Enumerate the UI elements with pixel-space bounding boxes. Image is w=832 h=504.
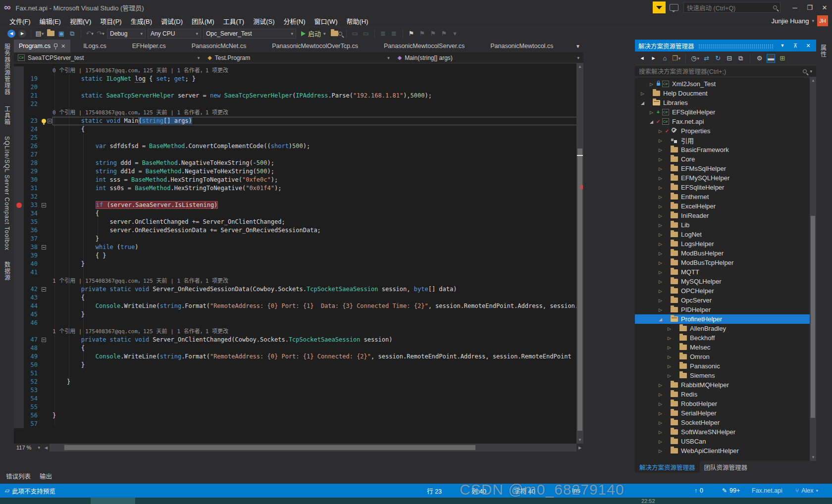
tree-item-USBCan[interactable]: ▷USBCan: [635, 437, 816, 446]
codelens-text[interactable]: 0 个引用 | 175408367@qq.com，125 天前 | 1 名作者，…: [52, 109, 228, 116]
se-forward-icon[interactable]: ▶: [649, 54, 658, 63]
breakpoint-margin[interactable]: [14, 92, 24, 100]
tree-item-Enthernet[interactable]: ▷Enthernet: [635, 192, 816, 202]
code-line-42[interactable]: 42 private static void Server_OnRecivedS…: [14, 285, 583, 294]
breakpoint-margin[interactable]: [14, 420, 24, 428]
horizontal-scrollbar[interactable]: [50, 444, 576, 452]
menu-item-window[interactable]: 窗口(W): [310, 15, 342, 27]
chevron-down-icon[interactable]: ▾: [810, 69, 812, 74]
collapsed-icon[interactable]: ▷: [657, 279, 664, 284]
code-line-23[interactable]: 23 static void Main(string[] args): [14, 117, 583, 125]
breakpoint-margin[interactable]: [14, 319, 24, 327]
breakpoint-margin[interactable]: [14, 369, 24, 378]
tree-item-Help Doucment[interactable]: ▷Help Doucment: [635, 89, 816, 98]
maximize-button[interactable]: ❐: [802, 1, 817, 14]
code-line-39[interactable]: 39 { }: [14, 252, 583, 260]
scroll-down-icon[interactable]: ▼: [810, 454, 816, 461]
code-line-36[interactable]: 36 server.OnRecivedSessionData += Server…: [14, 226, 583, 235]
code-line-49[interactable]: 49 Console.WriteLine(string.Format("Remo…: [14, 353, 583, 361]
breakpoint-margin[interactable]: [14, 226, 24, 235]
code-line-43[interactable]: 43 {: [14, 294, 583, 302]
collapsed-icon[interactable]: ▷: [657, 148, 664, 152]
window-position-icon[interactable]: ▼: [778, 41, 787, 50]
se-sync-icon[interactable]: ⇄: [702, 54, 711, 63]
fold-collapse-icon[interactable]: [42, 287, 46, 292]
collapsed-icon[interactable]: ▷: [648, 82, 655, 87]
se-properties-icon[interactable]: ⚙: [755, 54, 764, 63]
tree-item-SerialHelper[interactable]: ▷SerialHelper: [635, 408, 816, 418]
breakpoint-margin[interactable]: [14, 310, 24, 319]
collapsed-icon[interactable]: ▷: [657, 402, 664, 406]
collapsed-icon[interactable]: ▷: [657, 307, 664, 312]
breakpoint-margin[interactable]: [14, 201, 24, 209]
se-home-icon[interactable]: ⌂: [661, 54, 669, 63]
se-show-all-files-icon[interactable]: ▬: [767, 54, 775, 63]
se-collapse-all-icon[interactable]: ⊟: [725, 54, 733, 63]
breakpoint-margin[interactable]: [14, 252, 24, 260]
menu-item-debug[interactable]: 调试(D): [156, 15, 187, 27]
collapsed-icon[interactable]: ▷: [657, 411, 664, 416]
scroll-up-icon[interactable]: ▲: [810, 77, 816, 84]
code-line-54[interactable]: 54: [14, 395, 583, 403]
collapsed-icon[interactable]: ▷: [666, 336, 673, 341]
editor-tab-PanasonicMewtocolServer.cs[interactable]: PanasonicMewtocolServer.cs: [371, 40, 477, 52]
menu-item-test[interactable]: 测试(S): [249, 15, 279, 27]
collapsed-icon[interactable]: ▷: [666, 354, 673, 359]
se-preview-icon[interactable]: ⧉: [736, 54, 745, 63]
tree-item-RabbitMQHelper[interactable]: ▷RabbitMQHelper: [635, 380, 816, 390]
project-dropdown[interactable]: C#SaeaTCPServer_test▾: [14, 52, 204, 63]
breakpoint-margin[interactable]: [14, 353, 24, 361]
close-button[interactable]: ✕: [817, 1, 832, 14]
breakpoint-margin[interactable]: [14, 142, 24, 151]
code-line-41[interactable]: 41: [14, 268, 583, 277]
bookmark-toggle-icon[interactable]: ⚑: [407, 29, 416, 38]
editor-tab-PanasonicMewtocol.cs[interactable]: PanasonicMewtocol.cs: [477, 40, 566, 52]
code-line-19[interactable]: 19 static ILogNet log { set; get; }: [14, 75, 583, 83]
editor-vertical-scrollbar[interactable]: ▲▼: [576, 63, 583, 444]
collapsed-icon[interactable]: ▷: [657, 204, 664, 209]
status-branch[interactable]: ⑂Alex▾: [795, 484, 818, 498]
menu-item-analyze[interactable]: 分析(N): [279, 15, 310, 27]
tree-item-Beckhoff[interactable]: ▷Beckhoff: [635, 333, 816, 343]
breakpoint-margin[interactable]: [14, 75, 24, 83]
collapsed-icon[interactable]: ▷: [666, 326, 673, 331]
tree-item-Omron[interactable]: ▷Omron: [635, 352, 816, 361]
editor-tab-EFHelper.cs[interactable]: EFHelper.cs: [119, 40, 179, 52]
breakpoint-margin[interactable]: [14, 336, 24, 344]
breakpoint-margin[interactable]: [14, 159, 24, 167]
collapsed-icon[interactable]: ▷: [657, 129, 664, 134]
panel-tab-输出[interactable]: 输出: [40, 471, 52, 481]
save-all-icon[interactable]: ⧉: [68, 29, 77, 38]
tree-item-Melsec[interactable]: ▷Melsec: [635, 343, 816, 352]
code-line-20[interactable]: 20: [14, 83, 583, 92]
scroll-up-icon[interactable]: ▲: [576, 63, 583, 70]
menu-item-help[interactable]: 帮助(H): [342, 15, 372, 27]
save-icon[interactable]: ▣: [57, 29, 66, 38]
breakpoint-margin[interactable]: [14, 378, 24, 386]
code-line-53[interactable]: 53: [14, 386, 583, 395]
collapsed-icon[interactable]: ▷: [657, 223, 664, 228]
tree-item-EFMySQLHelper[interactable]: ▷EFMySQLHelper: [635, 173, 816, 183]
tree-item-LogsHelper[interactable]: ▷LogsHelper: [635, 239, 816, 249]
expanded-icon[interactable]: ◢: [657, 317, 664, 322]
platform-combo[interactable]: Any CPU▾: [148, 29, 201, 39]
breakpoint-margin[interactable]: [14, 344, 24, 353]
open-file-icon[interactable]: [46, 29, 55, 38]
breakpoint-icon[interactable]: [16, 202, 22, 208]
collapsed-icon[interactable]: ▷: [657, 232, 664, 237]
se-back-icon[interactable]: ◀: [638, 54, 646, 63]
find-in-files-icon[interactable]: [331, 29, 342, 38]
pin-icon[interactable]: ⊼: [791, 41, 800, 50]
tree-item-EFSqliteHelper[interactable]: ▷EFSqliteHelper: [635, 183, 816, 192]
fold-collapse-icon[interactable]: [42, 338, 46, 342]
solution-explorer-titlebar[interactable]: 解决方案资源管理器 ▼ ⊼ ✕: [635, 40, 816, 51]
code-line-32[interactable]: 32: [14, 193, 583, 201]
filter-icon[interactable]: [653, 1, 666, 13]
menu-item-view[interactable]: 视图(V): [65, 15, 96, 27]
uncomment-icon[interactable]: ▭: [362, 29, 370, 38]
breakpoint-margin[interactable]: [14, 193, 24, 201]
tree-item-Libraries[interactable]: ◢Libraries: [635, 98, 816, 107]
breakpoint-margin[interactable]: [14, 243, 24, 252]
undo-icon[interactable]: ↶▾: [85, 29, 94, 38]
collapsed-icon[interactable]: ▷: [657, 449, 664, 454]
